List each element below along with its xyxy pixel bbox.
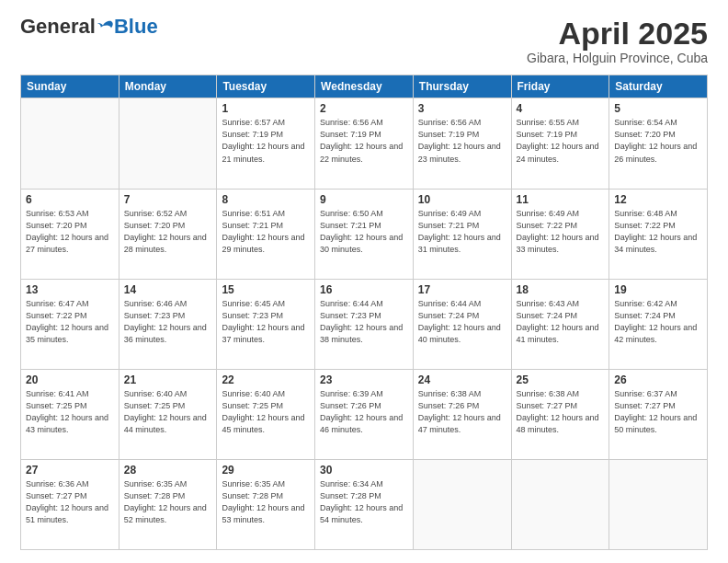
calendar-cell: 19Sunrise: 6:42 AMSunset: 7:24 PMDayligh… bbox=[609, 279, 708, 369]
week-row-2: 6Sunrise: 6:53 AMSunset: 7:20 PMDaylight… bbox=[21, 189, 708, 279]
day-number: 20 bbox=[26, 373, 114, 386]
calendar-cell: 29Sunrise: 6:35 AMSunset: 7:28 PMDayligh… bbox=[217, 459, 315, 549]
day-number: 24 bbox=[418, 373, 506, 386]
day-number: 17 bbox=[418, 283, 506, 296]
month-title: April 2025 bbox=[527, 17, 708, 51]
calendar-cell: 10Sunrise: 6:49 AMSunset: 7:21 PMDayligh… bbox=[413, 189, 511, 279]
calendar-cell: 25Sunrise: 6:38 AMSunset: 7:27 PMDayligh… bbox=[511, 369, 609, 459]
weekday-header-thursday: Thursday bbox=[413, 75, 511, 98]
day-info: Sunrise: 6:45 AMSunset: 7:23 PMDaylight:… bbox=[222, 298, 310, 346]
calendar-cell: 12Sunrise: 6:48 AMSunset: 7:22 PMDayligh… bbox=[609, 189, 708, 279]
day-info: Sunrise: 6:44 AMSunset: 7:23 PMDaylight:… bbox=[320, 298, 408, 346]
day-number: 28 bbox=[124, 464, 212, 477]
day-number: 23 bbox=[320, 373, 408, 386]
header: General Blue April 2025 Gibara, Holguin … bbox=[20, 17, 708, 65]
day-number: 30 bbox=[320, 464, 408, 477]
day-number: 6 bbox=[26, 193, 114, 206]
logo-bird-icon bbox=[97, 18, 114, 35]
calendar-cell bbox=[21, 98, 119, 189]
weekday-header-monday: Monday bbox=[119, 75, 217, 98]
day-number: 25 bbox=[517, 373, 605, 386]
calendar-cell: 27Sunrise: 6:36 AMSunset: 7:27 PMDayligh… bbox=[21, 459, 119, 549]
day-info: Sunrise: 6:46 AMSunset: 7:23 PMDaylight:… bbox=[124, 298, 212, 346]
day-number: 3 bbox=[418, 102, 506, 115]
day-info: Sunrise: 6:44 AMSunset: 7:24 PMDaylight:… bbox=[418, 298, 506, 346]
day-number: 7 bbox=[124, 193, 212, 206]
calendar-cell: 18Sunrise: 6:43 AMSunset: 7:24 PMDayligh… bbox=[511, 279, 609, 369]
day-info: Sunrise: 6:49 AMSunset: 7:21 PMDaylight:… bbox=[418, 208, 506, 256]
calendar-cell: 15Sunrise: 6:45 AMSunset: 7:23 PMDayligh… bbox=[217, 279, 315, 369]
day-info: Sunrise: 6:40 AMSunset: 7:25 PMDaylight:… bbox=[222, 388, 310, 436]
weekday-header-wednesday: Wednesday bbox=[315, 75, 414, 98]
day-info: Sunrise: 6:36 AMSunset: 7:27 PMDaylight:… bbox=[26, 478, 114, 526]
calendar-cell: 6Sunrise: 6:53 AMSunset: 7:20 PMDaylight… bbox=[21, 189, 119, 279]
weekday-header-sunday: Sunday bbox=[21, 75, 119, 98]
day-info: Sunrise: 6:56 AMSunset: 7:19 PMDaylight:… bbox=[320, 117, 408, 165]
calendar-cell: 2Sunrise: 6:56 AMSunset: 7:19 PMDaylight… bbox=[315, 98, 414, 189]
day-info: Sunrise: 6:40 AMSunset: 7:25 PMDaylight:… bbox=[124, 388, 212, 436]
day-number: 2 bbox=[320, 102, 408, 115]
calendar-cell: 1Sunrise: 6:57 AMSunset: 7:19 PMDaylight… bbox=[217, 98, 315, 189]
day-info: Sunrise: 6:50 AMSunset: 7:21 PMDaylight:… bbox=[320, 208, 408, 256]
day-number: 10 bbox=[418, 193, 506, 206]
weekday-header-row: SundayMondayTuesdayWednesdayThursdayFrid… bbox=[21, 75, 708, 98]
day-number: 22 bbox=[222, 373, 310, 386]
day-number: 11 bbox=[517, 193, 605, 206]
day-number: 5 bbox=[614, 102, 702, 115]
week-row-1: 1Sunrise: 6:57 AMSunset: 7:19 PMDaylight… bbox=[21, 98, 708, 189]
calendar-cell: 23Sunrise: 6:39 AMSunset: 7:26 PMDayligh… bbox=[315, 369, 414, 459]
title-block: April 2025 Gibara, Holguin Province, Cub… bbox=[527, 17, 708, 65]
logo-text: General Blue bbox=[20, 17, 158, 37]
week-row-5: 27Sunrise: 6:36 AMSunset: 7:27 PMDayligh… bbox=[21, 459, 708, 549]
day-info: Sunrise: 6:47 AMSunset: 7:22 PMDaylight:… bbox=[26, 298, 114, 346]
day-number: 13 bbox=[26, 283, 114, 296]
calendar-cell: 7Sunrise: 6:52 AMSunset: 7:20 PMDaylight… bbox=[119, 189, 217, 279]
logo-blue: Blue bbox=[114, 17, 158, 37]
day-number: 12 bbox=[614, 193, 702, 206]
day-number: 4 bbox=[517, 102, 605, 115]
day-info: Sunrise: 6:48 AMSunset: 7:22 PMDaylight:… bbox=[614, 208, 702, 256]
calendar-cell: 3Sunrise: 6:56 AMSunset: 7:19 PMDaylight… bbox=[413, 98, 511, 189]
day-info: Sunrise: 6:43 AMSunset: 7:24 PMDaylight:… bbox=[517, 298, 605, 346]
day-number: 27 bbox=[26, 464, 114, 477]
calendar-cell bbox=[511, 459, 609, 549]
calendar-cell: 30Sunrise: 6:34 AMSunset: 7:28 PMDayligh… bbox=[315, 459, 414, 549]
day-info: Sunrise: 6:35 AMSunset: 7:28 PMDaylight:… bbox=[124, 478, 212, 526]
calendar-cell: 4Sunrise: 6:55 AMSunset: 7:19 PMDaylight… bbox=[511, 98, 609, 189]
weekday-header-tuesday: Tuesday bbox=[217, 75, 315, 98]
day-info: Sunrise: 6:38 AMSunset: 7:27 PMDaylight:… bbox=[517, 388, 605, 436]
weekday-header-friday: Friday bbox=[511, 75, 609, 98]
calendar-cell bbox=[119, 98, 217, 189]
day-info: Sunrise: 6:54 AMSunset: 7:20 PMDaylight:… bbox=[614, 117, 702, 165]
day-info: Sunrise: 6:49 AMSunset: 7:22 PMDaylight:… bbox=[517, 208, 605, 256]
calendar-cell: 8Sunrise: 6:51 AMSunset: 7:21 PMDaylight… bbox=[217, 189, 315, 279]
day-info: Sunrise: 6:52 AMSunset: 7:20 PMDaylight:… bbox=[124, 208, 212, 256]
calendar-cell: 21Sunrise: 6:40 AMSunset: 7:25 PMDayligh… bbox=[119, 369, 217, 459]
day-number: 16 bbox=[320, 283, 408, 296]
calendar-cell: 11Sunrise: 6:49 AMSunset: 7:22 PMDayligh… bbox=[511, 189, 609, 279]
calendar-cell bbox=[609, 459, 708, 549]
calendar-cell bbox=[413, 459, 511, 549]
day-info: Sunrise: 6:56 AMSunset: 7:19 PMDaylight:… bbox=[418, 117, 506, 165]
day-info: Sunrise: 6:34 AMSunset: 7:28 PMDaylight:… bbox=[320, 478, 408, 526]
calendar-cell: 16Sunrise: 6:44 AMSunset: 7:23 PMDayligh… bbox=[315, 279, 414, 369]
day-number: 14 bbox=[124, 283, 212, 296]
day-info: Sunrise: 6:51 AMSunset: 7:21 PMDaylight:… bbox=[222, 208, 310, 256]
calendar-cell: 24Sunrise: 6:38 AMSunset: 7:26 PMDayligh… bbox=[413, 369, 511, 459]
day-info: Sunrise: 6:57 AMSunset: 7:19 PMDaylight:… bbox=[222, 117, 310, 165]
day-info: Sunrise: 6:53 AMSunset: 7:20 PMDaylight:… bbox=[26, 208, 114, 256]
calendar-cell: 9Sunrise: 6:50 AMSunset: 7:21 PMDaylight… bbox=[315, 189, 414, 279]
day-number: 21 bbox=[124, 373, 212, 386]
calendar-cell: 26Sunrise: 6:37 AMSunset: 7:27 PMDayligh… bbox=[609, 369, 708, 459]
day-number: 9 bbox=[320, 193, 408, 206]
logo: General Blue bbox=[20, 17, 158, 37]
calendar-cell: 14Sunrise: 6:46 AMSunset: 7:23 PMDayligh… bbox=[119, 279, 217, 369]
day-info: Sunrise: 6:41 AMSunset: 7:25 PMDaylight:… bbox=[26, 388, 114, 436]
day-info: Sunrise: 6:55 AMSunset: 7:19 PMDaylight:… bbox=[517, 117, 605, 165]
day-info: Sunrise: 6:42 AMSunset: 7:24 PMDaylight:… bbox=[614, 298, 702, 346]
day-number: 15 bbox=[222, 283, 310, 296]
calendar-cell: 5Sunrise: 6:54 AMSunset: 7:20 PMDaylight… bbox=[609, 98, 708, 189]
page: General Blue April 2025 Gibara, Holguin … bbox=[0, 0, 728, 563]
day-number: 19 bbox=[614, 283, 702, 296]
calendar-cell: 28Sunrise: 6:35 AMSunset: 7:28 PMDayligh… bbox=[119, 459, 217, 549]
